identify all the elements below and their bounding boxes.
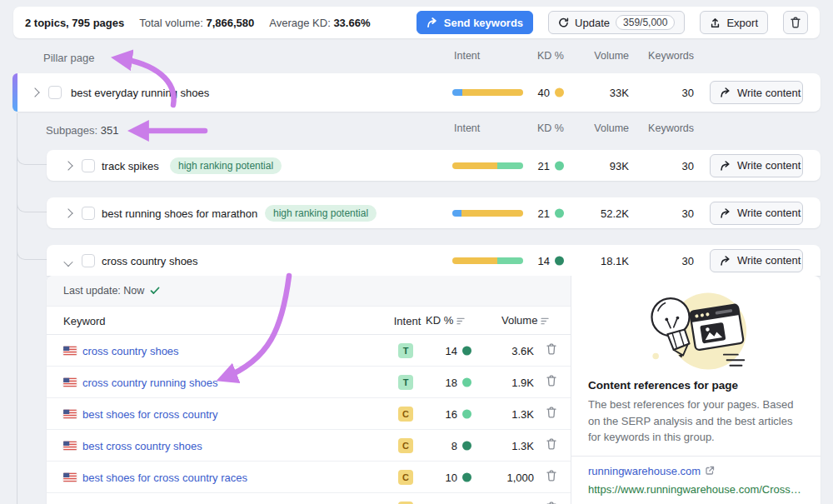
remove-keyword-button[interactable] (546, 407, 556, 422)
content-references-panel: Content references for page The best ref… (571, 276, 821, 504)
keyword-link[interactable]: best shoes for cross country (82, 407, 218, 420)
subpages-section-label: Subpages: 351 (46, 124, 119, 137)
send-keywords-button[interactable]: Send keywords (416, 11, 533, 34)
trash-icon (791, 17, 801, 28)
keyword-link[interactable]: best cross country shoes (82, 439, 202, 452)
keyword-table-header: Keyword Intent KD % Volume (47, 307, 571, 335)
intent-badge: C (398, 438, 413, 453)
us-flag-icon (63, 346, 77, 355)
chevron-right-icon[interactable] (30, 87, 39, 97)
kd-value: 40 (500, 87, 564, 99)
intent-badge: T (398, 343, 413, 358)
redirect-arrow-icon (720, 208, 731, 218)
topics-pages-summary: 2 topics, 795 pages (25, 17, 124, 29)
send-arrow-icon (426, 17, 438, 27)
kd-value: 16 (413, 407, 471, 420)
keyword-link[interactable]: best shoes for cross country races (82, 471, 247, 483)
keyword-link[interactable]: cross country running shoes (82, 376, 218, 388)
column-keywords: Keywords (640, 122, 694, 134)
keywords-value: 30 (640, 87, 694, 99)
kd-value: 21 (500, 207, 564, 219)
pillar-row[interactable]: best everyday running shoes 40 33K 30 Wr… (12, 73, 821, 112)
column-volume: Volume (575, 122, 629, 134)
subpage-title[interactable]: best running shoes for marathon (102, 207, 257, 219)
keywords-value: 30 (640, 207, 694, 219)
remove-keyword-button[interactable] (546, 375, 556, 390)
reference-url-link[interactable]: https://www.runningwarehouse.com/Cross_.… (588, 483, 804, 496)
subpage-row[interactable]: track spikes high ranking potential 21 9… (47, 150, 821, 181)
write-content-button[interactable]: Write content (710, 81, 803, 104)
header-kd-sort[interactable]: KD % (426, 314, 466, 327)
refresh-icon (558, 17, 569, 28)
keyword-row-partial: C (47, 493, 571, 504)
volume-value: 1,000 (476, 471, 534, 483)
subpage-title[interactable]: cross country shoes (102, 254, 198, 267)
remove-keyword-button[interactable] (546, 470, 556, 485)
keyword-row: cross country running shoes T 18 1.9K (47, 367, 571, 398)
remove-keyword-button[interactable] (546, 343, 556, 358)
row-checkbox[interactable] (82, 207, 95, 220)
redirect-arrow-icon (720, 87, 731, 97)
row-checkbox[interactable] (82, 159, 95, 172)
chevron-right-icon[interactable] (63, 208, 72, 217)
export-button[interactable]: Export (700, 11, 768, 34)
us-flag-icon (63, 441, 77, 450)
volume-value: 1.3K (476, 439, 534, 452)
header-intent: Intent (390, 314, 425, 327)
header-volume-sort[interactable]: Volume (501, 314, 550, 327)
volume-value: 93K (575, 159, 629, 172)
kd-dot-icon (462, 409, 471, 418)
us-flag-icon (63, 472, 77, 482)
redirect-arrow-icon (720, 256, 731, 266)
intent-badge: C (398, 407, 413, 422)
write-content-button[interactable]: Write content (710, 249, 803, 272)
total-volume-stat: Total volume: 7,866,580 (139, 17, 254, 29)
column-kd: KD % (537, 50, 564, 62)
ranking-potential-badge: high ranking potential (170, 157, 282, 174)
tree-branch (17, 143, 47, 165)
kd-dot-icon (555, 256, 564, 265)
references-title: Content references for page (588, 379, 804, 392)
reference-item: runningwarehouse.com https://www.running… (571, 456, 821, 496)
kd-value: 18 (413, 376, 471, 388)
export-icon (710, 17, 721, 28)
volume-value: 52.2K (575, 207, 629, 219)
chevron-right-icon[interactable] (63, 161, 72, 170)
keyword-row: cross country shoes T 14 3.6K (47, 335, 571, 367)
keyword-row: best shoes for cross country races C 10 … (47, 462, 571, 493)
trash-icon (546, 375, 556, 387)
keyword-link[interactable]: cross country shoes (82, 344, 179, 357)
kd-value: 10 (413, 471, 471, 483)
sort-icon (541, 317, 550, 325)
sort-icon (456, 317, 466, 325)
subpage-row-expanded[interactable]: cross country shoes 14 18.1K 30 Write co… (47, 245, 821, 276)
row-checkbox[interactable] (48, 86, 62, 99)
update-button[interactable]: Update 359/5,000 (548, 11, 685, 34)
trash-icon (546, 470, 556, 482)
header-keyword: Keyword (63, 314, 106, 327)
pillar-section-label: Pillar page (43, 52, 94, 64)
us-flag-icon (63, 409, 77, 418)
remove-keyword-button[interactable] (546, 438, 556, 453)
chevron-down-icon[interactable] (63, 257, 72, 266)
subpage-row[interactable]: best running shoes for marathon high ran… (47, 197, 821, 228)
external-link-icon (705, 466, 715, 476)
delete-topics-button[interactable] (783, 11, 808, 34)
volume-value: 33K (575, 87, 629, 99)
intent-badge: C (398, 470, 413, 485)
reference-domain-link[interactable]: runningwarehouse.com (588, 465, 715, 477)
kd-dot-icon (462, 441, 471, 450)
subpage-title[interactable]: track spikes (102, 159, 159, 172)
kd-dot-icon (462, 472, 471, 482)
volume-value: 1.9K (476, 376, 534, 388)
write-content-button[interactable]: Write content (710, 202, 803, 225)
write-content-button[interactable]: Write content (710, 154, 803, 177)
row-checkbox[interactable] (82, 254, 95, 267)
us-flag-icon (63, 377, 77, 387)
column-keywords: Keywords (640, 50, 694, 62)
pillar-title[interactable]: best everyday running shoes (71, 87, 209, 99)
keyword-row: best shoes for cross country C 16 1.3K (47, 398, 571, 430)
kd-dot-icon (462, 346, 471, 355)
trash-icon (546, 407, 556, 418)
subpages-count: 351 (101, 124, 119, 137)
